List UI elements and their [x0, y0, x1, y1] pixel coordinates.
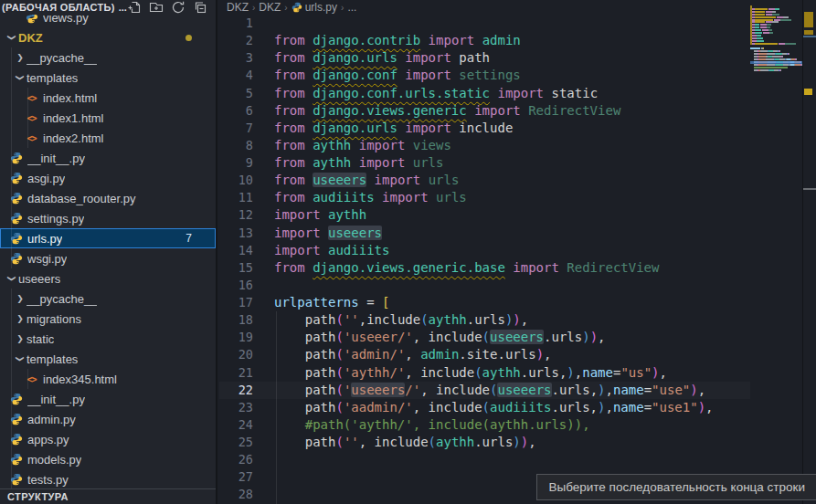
tree-item--pycache-[interactable]: ❯__pycache__ [0, 289, 216, 309]
code-token: django.conf [313, 68, 397, 82]
code-token: django.views.generic [313, 103, 467, 118]
tree-item-urls-py[interactable]: urls.py7 [0, 228, 216, 248]
minimap-line [755, 24, 759, 26]
code-text: from django.views.generic.base import Re… [253, 259, 659, 277]
minimap-line [760, 69, 768, 71]
line-number: 15 [219, 259, 253, 277]
new-folder-icon[interactable] [149, 0, 164, 15]
code-token: path [459, 50, 490, 65]
code-text: import aythh [253, 206, 366, 224]
minimap-line [755, 19, 773, 21]
new-file-icon[interactable] [127, 0, 142, 15]
code-token: ) [652, 365, 659, 380]
code-token: urls [436, 190, 467, 205]
modified-dot-icon [185, 35, 192, 41]
tree-item-admin-py[interactable]: admin.py [0, 409, 216, 429]
line-number: 10 [219, 172, 253, 189]
outline-section-header[interactable]: СТРУКТУРА [0, 488, 216, 504]
code-token: aythh [436, 435, 474, 449]
code-token: aythh [328, 207, 366, 222]
line-number: 11 [219, 189, 253, 206]
code-token: import [359, 138, 413, 152]
code-token: import [474, 103, 528, 118]
tree-item-dkz[interactable]: ❯DKZ [0, 27, 216, 47]
tree-item-wsgi-py[interactable]: wsgi.py [0, 248, 216, 268]
code-line-14: 14import audiiits [219, 242, 750, 259]
tree-item-apps-py[interactable]: apps.py [0, 429, 216, 449]
line-number: 18 [219, 311, 253, 329]
collapse-all-icon[interactable] [193, 0, 207, 15]
refresh-icon[interactable] [171, 0, 185, 15]
tree-item-useeers[interactable]: ❯useeers [0, 268, 216, 289]
code-token: "use1" [652, 400, 698, 415]
code-token: aythh [313, 155, 351, 170]
code-text [253, 451, 274, 468]
minimap[interactable] [750, 0, 802, 504]
tree-item-index-html[interactable]: <>index.html [0, 88, 216, 108]
code-token: ) [598, 383, 605, 397]
code-token: , include [413, 330, 482, 344]
code-line-1: 1 [219, 15, 750, 32]
explorer-sidebar: views.py❯DKZ❯__pycache__❯templates<>inde… [0, 0, 217, 504]
minimap-line [779, 43, 785, 45]
chevron-down-icon: ❯ [16, 71, 25, 84]
code-text [253, 277, 274, 294]
code-token: = [644, 383, 652, 397]
code-token: ) [698, 400, 705, 415]
minimap-line [766, 11, 772, 13]
code-token: admin [482, 33, 521, 47]
code-text: from django.conf.urls.static import stat… [253, 85, 598, 102]
minimap-line [796, 58, 797, 60]
tree-item-asgi-py[interactable]: asgi.py [0, 168, 216, 188]
more-actions-button[interactable]: ... [119, 2, 127, 13]
minimap-line [755, 29, 761, 31]
code-area[interactable]: 12from django.contrib import admin3from … [219, 15, 750, 504]
code-text [253, 468, 274, 486]
breadcrumb-item-dkz[interactable]: DKZ [259, 1, 281, 14]
code-token [366, 173, 374, 187]
code-token: from [274, 173, 313, 187]
tree-item-tests-py[interactable]: tests.py [0, 469, 216, 489]
tree-item-index1-html[interactable]: <>index1.html [0, 108, 216, 128]
tree-item-static[interactable]: ❯static [0, 329, 216, 349]
code-token: ) [521, 435, 528, 449]
ruler-mark [803, 188, 816, 190]
code-token: , [521, 312, 528, 327]
overview-ruler[interactable] [802, 0, 816, 504]
code-token: ) [513, 435, 520, 449]
code-token: import [429, 33, 482, 47]
eol-tooltip: Выберите последовательность конца строки [536, 474, 816, 500]
tree-item-migrations[interactable]: ❯migrations [0, 309, 216, 329]
line-number: 8 [219, 137, 253, 154]
code-editor: DKZ›DKZ›urls.py›... 12from django.contri… [219, 0, 816, 504]
tree-item-index2-html[interactable]: <>index2.html [0, 128, 216, 148]
tree-item--init-py[interactable]: __init__.py [0, 389, 216, 409]
breadcrumb-item-urls-py[interactable]: urls.py [291, 1, 337, 14]
code-token [467, 103, 474, 118]
breadcrumb-item-dkz[interactable]: DKZ [227, 1, 249, 14]
code-token: ( [335, 400, 343, 415]
chevron-right-icon: ❯ [14, 53, 26, 62]
code-token: name [613, 400, 644, 415]
minimap-line [772, 11, 776, 13]
code-token: django.urls [313, 50, 397, 65]
code-token: django.contrib [313, 33, 420, 47]
minimap-line [777, 16, 783, 18]
code-token: import [375, 173, 429, 187]
tree-item-index345-html[interactable]: <>index345.html [0, 369, 216, 389]
code-line-12: 12import aythh [219, 206, 750, 224]
workspace-title: (РАБОЧАЯ ОБЛАСТЬ) [0, 2, 115, 13]
tree-item--pycache-[interactable]: ❯__pycache__ [0, 47, 216, 68]
tree-item-templates[interactable]: ❯templates [0, 68, 216, 88]
chevron-down-icon: ❯ [7, 31, 16, 44]
breadcrumb-item--[interactable]: ... [347, 1, 356, 14]
tree-item-settings-py[interactable]: settings.py [0, 208, 216, 228]
ruler-mark [803, 36, 816, 37]
minimap-line [763, 47, 764, 49]
tree-item-models-py[interactable]: models.py [0, 449, 216, 469]
code-token: ) [536, 347, 544, 362]
tree-item--init-py[interactable]: __init__.py [0, 148, 216, 168]
tree-item-templates[interactable]: ❯templates [0, 349, 216, 369]
tree-item-database-roouter-py[interactable]: database_roouter.py [0, 188, 216, 208]
code-token: import [274, 226, 328, 240]
